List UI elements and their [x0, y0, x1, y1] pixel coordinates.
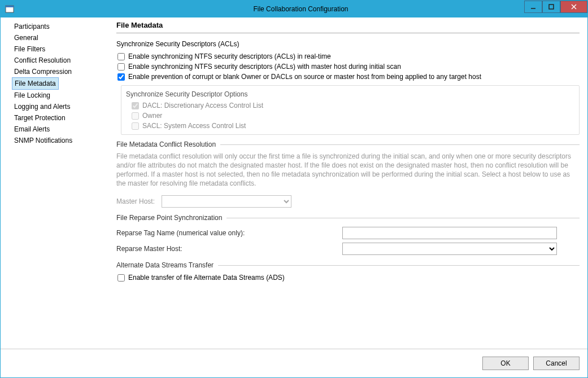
cb-ads[interactable]: Enable transfer of file Alternate Data S…: [116, 272, 580, 283]
window-title: File Collaboration Configuration: [14, 5, 587, 13]
page-title: File Metadata: [116, 21, 580, 33]
cb-acl-initialscan-input[interactable]: [117, 63, 125, 71]
sidebar-item-file-locking[interactable]: File Locking: [12, 90, 111, 101]
main-panel: File Metadata Synchronize Security Descr…: [111, 17, 587, 349]
sidebar-item-target-protection[interactable]: Target Protection: [12, 112, 111, 124]
reparse-tag-label: Reparse Tag Name (numerical value only):: [116, 229, 263, 237]
svg-rect-1: [6, 6, 14, 7]
master-host-select: [162, 195, 291, 208]
cb-acl-realtime[interactable]: Enable synchronizing NTFS security descr…: [116, 51, 580, 61]
conflict-title: File Metadata Conflict Resolution: [116, 140, 216, 148]
cb-prevent-corrupt-label: Enable prevention of corrupt or blank Ow…: [128, 73, 481, 81]
sidebar-item-participants[interactable]: Participants: [12, 21, 111, 32]
sidebar-item-delta-compression[interactable]: Delta Compression: [12, 66, 111, 77]
dialog-footer: OK Cancel: [1, 349, 587, 377]
config-window: File Collaboration Configuration Partici…: [0, 0, 588, 378]
sidebar-item-email-alerts[interactable]: Email Alerts: [12, 124, 111, 135]
conflict-desc: File metadata conflict resolution will o…: [116, 152, 580, 188]
reparse-host-label: Reparse Master Host:: [116, 245, 263, 253]
master-host-label: Master Host:: [116, 197, 156, 205]
cb-sacl-label: SACL: System Access Control List: [142, 122, 246, 130]
cb-sacl-input: [132, 122, 139, 130]
reparse-host-select[interactable]: [342, 243, 557, 255]
titlebar: File Collaboration Configuration: [1, 1, 587, 17]
sidebar: ParticipantsGeneralFile FiltersConflict …: [1, 17, 111, 349]
cb-ads-input[interactable]: [117, 274, 125, 282]
cb-dacl: DACL: Discretionary Access Control List: [130, 100, 574, 111]
cb-acl-initialscan[interactable]: Enable synchronizing NTFS security descr…: [116, 61, 580, 72]
sidebar-item-conflict-resolution[interactable]: Conflict Resolution: [12, 55, 111, 66]
sync-descriptor-options: Synchronize Security Descriptor Options …: [121, 85, 580, 135]
cb-dacl-label: DACL: Discretionary Access Control List: [142, 102, 263, 109]
acl-group-title: Synchronize Security Descriptors (ACLs): [116, 40, 580, 48]
app-icon: [5, 5, 14, 14]
maximize-button[interactable]: [542, 1, 560, 13]
cb-prevent-corrupt-input[interactable]: [117, 73, 125, 81]
sidebar-item-snmp-notifications[interactable]: SNMP Notifications: [12, 135, 111, 146]
sidebar-item-logging-and-alerts[interactable]: Logging and Alerts: [12, 101, 111, 112]
minimize-button[interactable]: [524, 1, 542, 13]
cb-acl-initialscan-label: Enable synchronizing NTFS security descr…: [128, 63, 401, 71]
cancel-button[interactable]: Cancel: [533, 357, 580, 370]
sidebar-item-general[interactable]: General: [12, 32, 111, 43]
sidebar-item-file-filters[interactable]: File Filters: [12, 43, 111, 55]
cb-sacl: SACL: System Access Control List: [130, 121, 574, 131]
cb-dacl-input: [132, 102, 139, 109]
cb-acl-realtime-label: Enable synchronizing NTFS security descr…: [128, 52, 331, 60]
reparse-title: File Reparse Point Synchronization: [116, 214, 222, 222]
ads-title: Alternate Data Streams Transfer: [116, 261, 214, 269]
close-button[interactable]: [560, 1, 587, 13]
reparse-tag-input[interactable]: [342, 227, 557, 239]
window-controls: [524, 1, 587, 13]
cb-prevent-corrupt[interactable]: Enable prevention of corrupt or blank Ow…: [116, 72, 580, 82]
cb-acl-realtime-input[interactable]: [117, 53, 125, 60]
cb-ads-label: Enable transfer of file Alternate Data S…: [128, 274, 285, 282]
sync-descriptor-title: Synchronize Security Descriptor Options: [126, 90, 574, 98]
ok-button[interactable]: OK: [482, 357, 529, 370]
cb-owner: Owner: [130, 111, 574, 121]
cb-owner-input: [132, 112, 139, 120]
sidebar-item-file-metadata[interactable]: File Metadata: [12, 77, 59, 90]
svg-rect-3: [549, 5, 554, 9]
cb-owner-label: Owner: [142, 112, 162, 120]
